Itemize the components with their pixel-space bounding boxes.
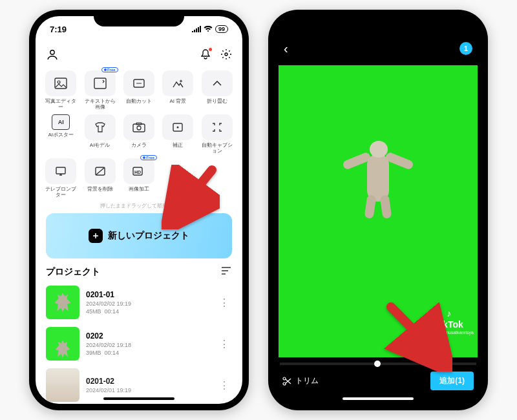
correct-icon [171,121,184,133]
status-bar: 7:19 99 [36,16,242,42]
tool-ai-model[interactable]: AIモデル [82,114,117,154]
cat-graphic [343,134,414,218]
ai-background-icon [171,78,184,89]
scissors-icon [282,377,291,386]
image-processing-icon: HD [132,165,146,177]
annotation-arrow-right [381,300,452,372]
project-name: 0201-01 [86,290,210,299]
project-date: 2024/02/01 19:19 [86,387,210,394]
project-name: 0202 [86,331,210,341]
chevron-up-icon [212,80,222,87]
camera-icon [132,121,146,133]
notch [333,10,423,26]
selected-count-badge[interactable]: 1 [459,42,472,55]
trim-button[interactable]: トリム [282,375,319,386]
project-date: 2024/02/02 19:19 [86,300,210,307]
status-time: 7:19 [50,25,67,34]
battery-icon: 99 [215,25,228,33]
tool-collapse[interactable]: 折り畳む [200,70,235,110]
teleprompter-icon [54,165,67,177]
home-indicator [343,397,414,400]
svg-point-3 [58,81,60,83]
home-indicator [103,397,174,400]
projects-header: プロジェクト [36,266,242,278]
project-thumbnail [46,286,79,319]
tool-image-processing[interactable]: FreeHD 画像加工 [121,158,156,198]
svg-point-15 [283,377,286,380]
profile-icon[interactable] [46,48,59,61]
text-to-image-icon [94,78,107,89]
svg-rect-2 [55,78,67,89]
tool-auto-cut[interactable]: 自動カット [121,70,156,110]
project-item[interactable]: 0202 2024/02/02 19:18 39MB 00:14 ⋮ [36,323,242,364]
svg-point-1 [225,53,227,56]
svg-point-16 [283,383,286,385]
project-thumbnail [46,327,79,361]
svg-rect-4 [94,78,106,89]
auto-cut-icon [132,78,145,89]
status-right: 99 [192,25,228,33]
tool-remove-bg[interactable]: 背景を削除 [82,158,117,198]
svg-point-10 [177,127,179,129]
tool-text-to-image[interactable]: Free テキストから画像 [82,70,117,110]
svg-rect-11 [56,167,65,174]
projects-sort-icon[interactable] [220,266,232,278]
plus-icon: ＋ [89,229,103,243]
svg-rect-6 [133,124,145,132]
project-more-icon[interactable]: ⋮ [216,297,232,309]
tool-auto-caption[interactable]: 自動キャプション [200,114,235,154]
add-button[interactable]: 追加(1) [430,372,474,390]
notification-dot [209,48,212,51]
free-badge: Free [140,155,157,160]
project-name: 0201-02 [86,377,210,386]
ai-poster-icon: AI [52,114,70,130]
annotation-arrow-left [162,165,220,229]
tool-photo-editor[interactable]: 写真エディター [43,70,78,110]
tool-ai-poster[interactable]: AI AIポスター [43,114,78,154]
remove-bg-icon [94,165,107,177]
notifications-icon[interactable] [200,48,211,60]
picker-top-bar: ‹ 1 [275,36,481,61]
tool-teleprompter[interactable]: テレプロンプター [43,158,78,198]
project-item[interactable]: 0201-01 2024/02/02 19:19 45MB 00:14 ⋮ [36,282,242,323]
signal-icon [192,26,201,32]
photo-editor-icon [54,78,67,89]
tool-camera[interactable]: カメラ [121,114,156,154]
new-project-label: 新しいプロジェクト [108,230,189,242]
auto-caption-icon [211,121,224,133]
project-thumbnail [46,368,79,402]
ai-model-icon [93,121,107,133]
app-top-bar [36,42,242,67]
svg-point-7 [137,126,141,130]
wifi-icon [204,26,213,32]
free-badge: Free [101,67,118,72]
back-icon[interactable]: ‹ [284,41,288,56]
svg-text:HD: HD [134,170,141,174]
svg-point-0 [50,50,54,54]
tool-correct[interactable]: 補正 [160,114,195,154]
phone-right: ‹ 1 ♪ TikTok @ nekomimusaikanrisya トリム 追… [268,10,488,410]
project-date: 2024/02/02 19:18 [86,342,210,348]
project-more-icon[interactable]: ⋮ [216,338,232,350]
settings-icon[interactable] [220,48,232,60]
project-more-icon[interactable]: ⋮ [216,379,232,392]
tool-ai-bg[interactable]: AI 背景 [160,70,195,110]
projects-title: プロジェクト [46,266,100,278]
